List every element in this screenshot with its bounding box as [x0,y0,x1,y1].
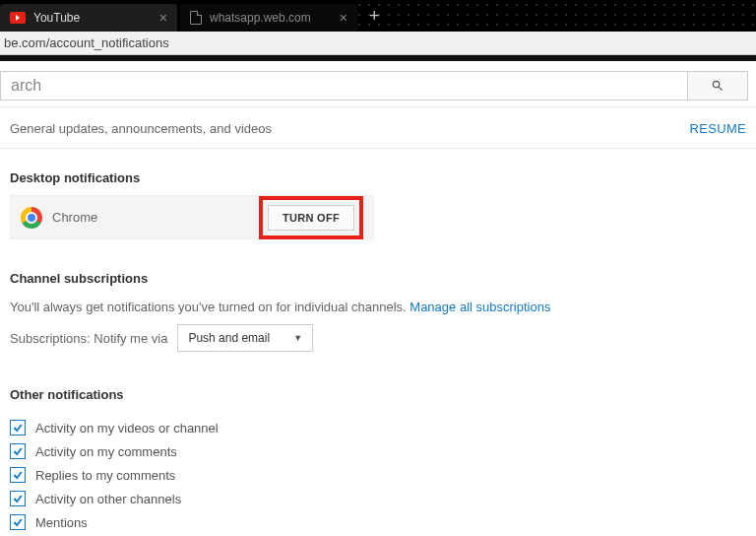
list-item: Activity on my comments [10,439,746,463]
tab-label: YouTube [33,11,80,25]
tab-label: whatsapp.web.com [210,11,311,25]
channel-desc-text: You'll always get notifications you've t… [10,300,407,314]
other-notifications-list: Activity on my videos or channel Activit… [0,412,756,536]
url-bar[interactable]: be.com/account_notifications [0,32,756,55]
checkbox-label: Activity on my comments [35,444,177,459]
channel-subscriptions-heading: Channel subscriptions [0,239,756,296]
youtube-icon [10,12,26,24]
highlight-box: TURN OFF [259,196,363,239]
browser-tab-strip: YouTube × whatsapp.web.com × + [0,0,756,32]
chrome-icon [21,207,42,229]
notify-label: Subscriptions: Notify me via [10,331,167,346]
search-button[interactable] [687,71,748,100]
search-icon [711,79,724,93]
list-item: Replies to my comments [10,463,746,487]
search-row [0,61,756,106]
channel-desc: You'll always get notifications you've t… [0,296,756,318]
turn-off-button[interactable]: TURN OFF [268,205,354,231]
other-notifications-heading: Other notifications [0,358,756,412]
close-icon[interactable]: × [159,10,167,26]
page-icon [190,11,202,25]
list-item: Activity on my videos or channel [10,416,746,439]
checkbox[interactable] [10,467,26,483]
checkbox[interactable] [10,420,26,436]
notify-row: Subscriptions: Notify me via Push and em… [0,318,756,358]
tab-whatsapp[interactable]: whatsapp.web.com × [180,4,357,32]
list-item: Mentions [10,510,746,534]
new-tab-button[interactable]: + [357,6,392,27]
checkbox[interactable] [10,443,26,459]
resume-button[interactable]: RESUME [690,121,746,136]
list-item: Activity on other channels [10,487,746,510]
checkbox-label: Mentions [35,515,88,530]
notify-value: Push and email [188,331,270,345]
notify-select[interactable]: Push and email ▼ [177,324,313,352]
manage-subscriptions-link[interactable]: Manage all subscriptions [410,300,550,314]
general-updates-row: General updates, announcements, and vide… [0,106,756,149]
checkbox[interactable] [10,514,26,530]
checkbox-label: Activity on other channels [35,492,181,506]
tab-youtube[interactable]: YouTube × [0,4,177,32]
checkbox-label: Activity on my videos or channel [35,421,219,436]
chrome-row: Chrome TURN OFF [10,195,374,239]
chevron-down-icon: ▼ [293,333,302,343]
chrome-label: Chrome [52,210,251,225]
general-desc: General updates, announcements, and vide… [10,121,272,136]
url-text: be.com/account_notifications [4,35,169,50]
search-input[interactable] [0,71,688,100]
desktop-notifications-heading: Desktop notifications [0,149,756,195]
checkbox[interactable] [10,491,26,506]
checkbox-label: Replies to my comments [35,468,175,483]
close-icon[interactable]: × [340,10,347,26]
